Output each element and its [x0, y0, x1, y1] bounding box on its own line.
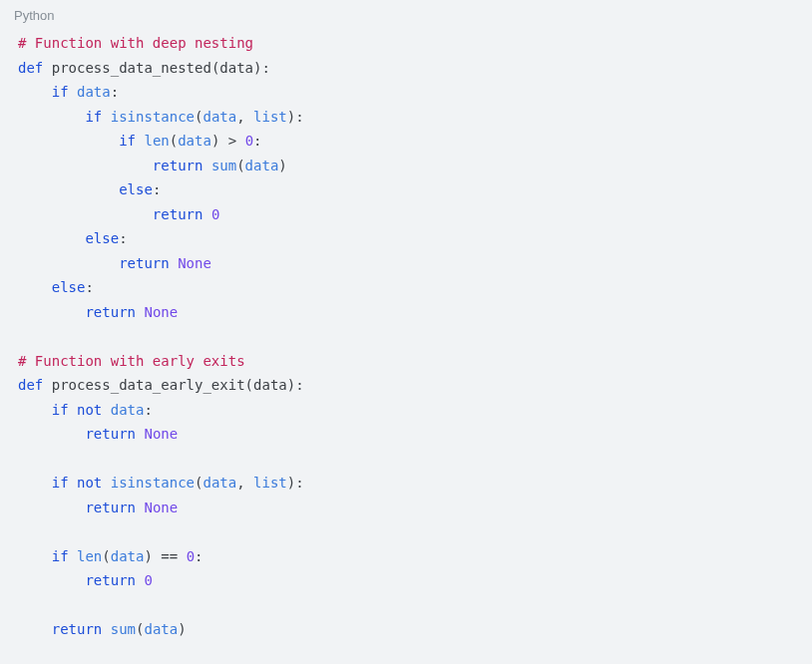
code-token: ( [170, 133, 178, 149]
code-token: : [119, 230, 127, 246]
code-token: if [52, 84, 77, 100]
code-token: isinstance [111, 475, 195, 491]
code-token: ) > [211, 133, 245, 149]
code-token: return [153, 158, 211, 173]
code-token: , [236, 475, 253, 491]
code-token: data [253, 377, 287, 393]
code-token: 0 [144, 572, 152, 588]
code-token: data [111, 402, 145, 418]
code-token: return [153, 206, 211, 222]
code-token: None [178, 255, 211, 271]
code-token: sum [211, 158, 236, 173]
code-token: ): [253, 60, 270, 76]
code-token: : [144, 402, 152, 418]
code-token: data [245, 158, 279, 173]
code-token: def [18, 377, 52, 393]
code-token [18, 133, 119, 149]
code-token: ( [236, 158, 244, 173]
code-token: not [77, 402, 111, 418]
code-token: data [219, 60, 253, 76]
code-token: len [144, 133, 169, 149]
code-language-label: Python [0, 0, 812, 29]
code-token: return [85, 304, 144, 320]
code-token: data [144, 621, 178, 637]
code-token: 0 [187, 548, 195, 564]
code-content: # Function with deep nesting def process… [0, 29, 812, 656]
code-token: if [52, 402, 77, 418]
code-token: # Function with early exits [18, 353, 245, 369]
code-token [18, 402, 52, 418]
code-token: if [119, 133, 144, 149]
code-token: return [119, 255, 178, 271]
code-token [18, 109, 85, 125]
code-token: ): [287, 377, 304, 393]
code-token: if [52, 475, 77, 491]
code-token: return [85, 572, 144, 588]
code-token: else [119, 181, 153, 197]
code-token: def [18, 60, 52, 76]
code-token: # Function with deep nesting [18, 35, 253, 51]
code-token: data [203, 475, 236, 491]
code-token: list [253, 109, 287, 125]
code-token: return [85, 499, 144, 515]
code-token: data [77, 84, 111, 100]
code-token: sum [111, 621, 136, 637]
code-token: process_data_nested [52, 60, 211, 76]
code-token: None [144, 426, 178, 442]
code-token [18, 548, 52, 564]
code-token: : [85, 279, 93, 295]
code-token: data [203, 109, 236, 125]
code-token: ) [178, 621, 186, 637]
code-token: return [52, 621, 111, 637]
code-token: ): [287, 109, 304, 125]
code-token [18, 572, 85, 588]
code-token: len [77, 548, 102, 564]
code-token: None [144, 499, 178, 515]
code-token [18, 181, 119, 197]
code-token: ( [245, 377, 253, 393]
code-token: ( [102, 548, 110, 564]
code-token: list [253, 475, 287, 491]
code-token: isinstance [111, 109, 195, 125]
code-token [18, 255, 119, 271]
code-token [18, 230, 85, 246]
code-token: : [111, 84, 119, 100]
code-token [18, 475, 52, 491]
code-token: 0 [245, 133, 253, 149]
code-token [18, 279, 52, 295]
code-token: , [236, 109, 253, 125]
code-token: ) == [144, 548, 186, 564]
code-token: ) [278, 158, 286, 173]
code-token: data [111, 548, 145, 564]
code-token: data [178, 133, 211, 149]
code-token: : [195, 548, 203, 564]
code-token [18, 158, 153, 173]
code-token: 0 [211, 206, 219, 222]
code-token: else [85, 230, 119, 246]
code-token [18, 621, 52, 637]
code-token [18, 206, 153, 222]
code-token: if [85, 109, 110, 125]
code-token: None [144, 304, 178, 320]
code-token: not [77, 475, 111, 491]
code-token: return [85, 426, 144, 442]
code-token: ): [287, 475, 304, 491]
code-token [18, 426, 85, 442]
code-block-container: Python # Function with deep nesting def … [0, 0, 812, 664]
code-token: process_data_early_exit [52, 377, 245, 393]
code-token [18, 499, 85, 515]
code-token: if [52, 548, 77, 564]
code-token [18, 304, 85, 320]
code-token [18, 84, 52, 100]
code-token: else [52, 279, 86, 295]
code-token: : [153, 181, 161, 197]
code-token: : [253, 133, 261, 149]
